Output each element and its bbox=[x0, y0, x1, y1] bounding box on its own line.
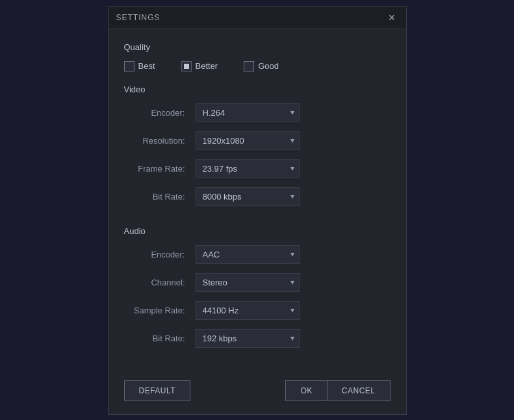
video-encoder-label: Encoder: bbox=[124, 108, 196, 118]
quality-best-option[interactable]: Best bbox=[124, 61, 155, 72]
audio-samplerate-select[interactable]: 44100 Hz 48000 Hz 22050 Hz bbox=[196, 301, 300, 320]
video-framerate-label: Frame Rate: bbox=[124, 164, 196, 174]
quality-good-option[interactable]: Good bbox=[244, 61, 279, 72]
video-framerate-select[interactable]: 23.97 fps 24 fps 29.97 fps 30 fps 60 fps bbox=[196, 159, 300, 178]
video-encoder-row: Encoder: H.264 H.265 VP9 bbox=[124, 103, 391, 122]
titlebar: SETTINGS ✕ bbox=[109, 7, 406, 29]
video-resolution-row: Resolution: 1920x1080 1280x720 3840x2160 bbox=[124, 131, 391, 150]
audio-bitrate-select[interactable]: 192 kbps 128 kbps 320 kbps bbox=[196, 329, 300, 348]
quality-label: Quality bbox=[124, 42, 391, 52]
video-framerate-row: Frame Rate: 23.97 fps 24 fps 29.97 fps 3… bbox=[124, 159, 391, 178]
dialog-title: SETTINGS bbox=[116, 13, 161, 22]
audio-bitrate-wrapper: 192 kbps 128 kbps 320 kbps bbox=[196, 329, 300, 348]
audio-label: Audio bbox=[124, 226, 391, 236]
audio-encoder-label: Encoder: bbox=[124, 250, 196, 259]
quality-group: Best Better Good bbox=[124, 61, 391, 72]
quality-best-label: Best bbox=[138, 61, 155, 71]
ok-button[interactable]: OK bbox=[285, 380, 327, 401]
quality-better-option[interactable]: Better bbox=[181, 61, 218, 72]
video-bitrate-wrapper: 8000 kbps 4000 kbps 16000 kbps bbox=[196, 187, 300, 206]
audio-bitrate-row: Bit Rate: 192 kbps 128 kbps 320 kbps bbox=[124, 329, 391, 348]
video-encoder-wrapper: H.264 H.265 VP9 bbox=[196, 103, 300, 122]
audio-encoder-row: Encoder: AAC MP3 FLAC bbox=[124, 245, 391, 264]
section-divider bbox=[124, 215, 391, 216]
audio-samplerate-label: Sample Rate: bbox=[124, 306, 196, 315]
video-bitrate-label: Bit Rate: bbox=[124, 192, 196, 202]
audio-encoder-select[interactable]: AAC MP3 FLAC bbox=[196, 245, 300, 264]
video-bitrate-row: Bit Rate: 8000 kbps 4000 kbps 16000 kbps bbox=[124, 187, 391, 206]
quality-best-checkbox[interactable] bbox=[124, 61, 135, 72]
audio-channel-wrapper: Stereo Mono 5.1 bbox=[196, 273, 300, 292]
audio-samplerate-row: Sample Rate: 44100 Hz 48000 Hz 22050 Hz bbox=[124, 301, 391, 320]
default-button[interactable]: DEFAULT bbox=[124, 380, 191, 401]
audio-channel-select[interactable]: Stereo Mono 5.1 bbox=[196, 273, 300, 292]
settings-dialog: SETTINGS ✕ Quality Best Better Good Vide… bbox=[108, 6, 407, 415]
audio-encoder-wrapper: AAC MP3 FLAC bbox=[196, 245, 300, 264]
cancel-button[interactable]: CANCEL bbox=[328, 380, 391, 401]
audio-channel-label: Channel: bbox=[124, 278, 196, 287]
dialog-content: Quality Best Better Good Video Encoder: … bbox=[109, 29, 406, 370]
quality-better-checkbox[interactable] bbox=[181, 61, 192, 72]
audio-samplerate-wrapper: 44100 Hz 48000 Hz 22050 Hz bbox=[196, 301, 300, 320]
video-label: Video bbox=[124, 85, 391, 94]
video-encoder-select[interactable]: H.264 H.265 VP9 bbox=[196, 103, 300, 122]
confirm-buttons: OK CANCEL bbox=[285, 380, 390, 401]
video-framerate-wrapper: 23.97 fps 24 fps 29.97 fps 30 fps 60 fps bbox=[196, 159, 300, 178]
close-button[interactable]: ✕ bbox=[385, 12, 398, 23]
video-resolution-label: Resolution: bbox=[124, 136, 196, 146]
audio-channel-row: Channel: Stereo Mono 5.1 bbox=[124, 273, 391, 292]
video-resolution-wrapper: 1920x1080 1280x720 3840x2160 bbox=[196, 131, 300, 150]
video-resolution-select[interactable]: 1920x1080 1280x720 3840x2160 bbox=[196, 131, 300, 150]
audio-bitrate-label: Bit Rate: bbox=[124, 334, 196, 343]
video-bitrate-select[interactable]: 8000 kbps 4000 kbps 16000 kbps bbox=[196, 187, 300, 206]
dialog-footer: DEFAULT OK CANCEL bbox=[109, 370, 406, 414]
quality-better-label: Better bbox=[196, 61, 218, 71]
quality-good-label: Good bbox=[258, 61, 279, 71]
quality-good-checkbox[interactable] bbox=[244, 61, 254, 72]
